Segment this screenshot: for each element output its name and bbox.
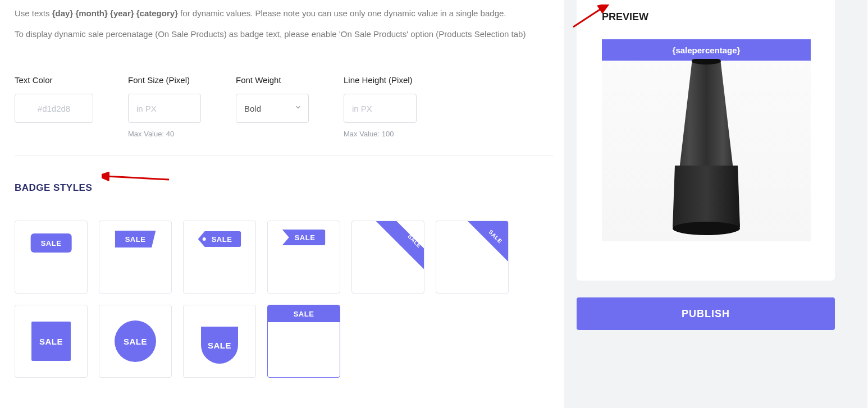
badge-style-3[interactable]: SALE bbox=[183, 221, 256, 294]
text-style-row: Text Color Font Size (Pixel) Max Value: … bbox=[15, 75, 554, 138]
text-color-field: Text Color bbox=[15, 75, 93, 138]
font-size-field: Font Size (Pixel) Max Value: 40 bbox=[128, 75, 201, 138]
font-weight-label: Font Weight bbox=[236, 75, 309, 85]
font-size-input[interactable] bbox=[128, 94, 201, 123]
badge-style-8[interactable]: SALE bbox=[99, 305, 172, 378]
product-image bbox=[661, 59, 751, 239]
text-color-label: Text Color bbox=[15, 75, 93, 85]
badge-label: SALE bbox=[295, 233, 316, 242]
badge-label: SALE bbox=[125, 235, 146, 244]
hint-suffix: for dynamic values. Please note you can … bbox=[178, 8, 506, 18]
badge-style-5[interactable]: SALE bbox=[351, 221, 424, 294]
svg-point-3 bbox=[673, 222, 740, 235]
line-height-label: Line Height (Pixel) bbox=[344, 75, 417, 85]
preview-card: PREVIEW {salepercentage} bbox=[577, 0, 835, 281]
badge-label: SALE bbox=[294, 310, 314, 318]
font-size-helper: Max Value: 40 bbox=[128, 130, 201, 138]
svg-line-0 bbox=[106, 176, 169, 180]
badge-style-2[interactable]: SALE bbox=[99, 221, 172, 294]
badge-style-9[interactable]: SALE bbox=[183, 305, 256, 378]
badge-label: SALE bbox=[124, 337, 147, 346]
badge-label: SALE bbox=[208, 341, 231, 350]
font-weight-select[interactable]: Bold bbox=[236, 94, 309, 123]
svg-line-1 bbox=[573, 8, 602, 27]
badge-style-6[interactable]: SALE bbox=[436, 221, 509, 294]
badge-label: SALE bbox=[41, 239, 62, 247]
badge-style-7[interactable]: SALE bbox=[15, 305, 88, 378]
publish-button[interactable]: PUBLISH bbox=[577, 297, 835, 330]
line-height-helper: Max Value: 100 bbox=[344, 130, 417, 138]
badge-styles-heading: BADGE STYLES bbox=[15, 182, 554, 194]
hint-line-1: Use texts {day} {month} {year} {category… bbox=[15, 6, 554, 21]
badge-style-10[interactable]: SALE bbox=[267, 305, 340, 378]
line-height-input[interactable] bbox=[344, 94, 417, 123]
hint-tokens: {day} {month} {year} {category} bbox=[52, 8, 178, 18]
badge-style-4[interactable]: SALE bbox=[267, 221, 340, 294]
line-height-field: Line Height (Pixel) Max Value: 100 bbox=[344, 75, 417, 138]
hint-line-2: To display dynamic sale percenatage (On … bbox=[15, 26, 554, 42]
badge-label: SALE bbox=[39, 337, 63, 346]
preview-badge: {salepercentage} bbox=[602, 39, 811, 61]
font-weight-field: Font Weight Bold bbox=[236, 75, 309, 138]
divider bbox=[15, 155, 554, 155]
badge-label: SALE bbox=[212, 235, 232, 244]
right-rail: PREVIEW {salepercentage} bbox=[564, 0, 867, 408]
hint-prefix: Use texts bbox=[15, 8, 52, 18]
font-size-label: Font Size (Pixel) bbox=[128, 75, 201, 85]
badge-style-1[interactable]: SALE bbox=[15, 221, 88, 294]
preview-product: {salepercentage} bbox=[602, 39, 811, 241]
preview-title: PREVIEW bbox=[602, 11, 648, 23]
text-color-input[interactable] bbox=[15, 94, 93, 123]
preview-badge-text: {salepercentage} bbox=[673, 45, 741, 55]
badge-styles-grid: SALE SALE SALE SALE SALE SALE SALE SALE … bbox=[15, 221, 554, 378]
